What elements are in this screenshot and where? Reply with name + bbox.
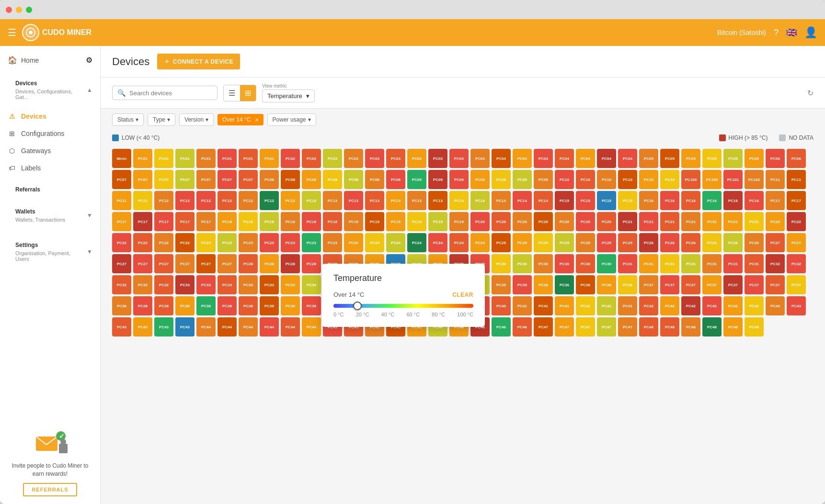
device-tile[interactable]: PC09 — [513, 170, 532, 189]
device-tile[interactable]: PC44 — [302, 317, 321, 336]
settings-icon[interactable]: ⚙ — [86, 56, 92, 65]
device-tile[interactable]: PC07 — [218, 170, 237, 189]
device-tile[interactable]: PC37 — [639, 275, 658, 294]
device-tile[interactable]: PC37 — [681, 275, 700, 294]
sidebar-item-configurations[interactable]: ⊞ Configurations — [0, 125, 100, 142]
device-tile[interactable]: PC16 — [681, 191, 700, 210]
device-tile[interactable]: PC12 — [218, 191, 237, 210]
device-tile[interactable]: PC18 — [302, 212, 321, 231]
device-tile[interactable]: PC13 — [365, 191, 384, 210]
device-tile[interactable]: PC03 — [365, 149, 384, 168]
sidebar-item-labels[interactable]: 🏷 Labels — [0, 159, 100, 177]
device-tile[interactable]: PC25 — [576, 233, 595, 252]
device-tile[interactable]: PC22 — [133, 233, 152, 252]
device-tile[interactable]: PC46 — [513, 317, 532, 336]
device-tile[interactable]: PC35 — [492, 275, 511, 294]
device-tile[interactable]: PC44 — [281, 317, 300, 336]
device-tile[interactable]: PC18 — [323, 212, 342, 231]
device-tile[interactable]: PC27 — [196, 254, 216, 273]
device-tile[interactable]: PC36 — [555, 275, 574, 294]
device-tile[interactable]: PC02 — [302, 149, 321, 168]
connect-device-button[interactable]: ＋ CONNECT A DEVICE — [157, 54, 240, 69]
device-tile[interactable]: PC41 — [597, 296, 616, 315]
device-tile[interactable]: PC24 — [428, 233, 447, 252]
device-tile[interactable]: PC05 — [723, 149, 743, 168]
device-tile[interactable]: PC13 — [344, 191, 363, 210]
search-input[interactable] — [129, 90, 206, 97]
device-tile[interactable]: PC16 — [660, 191, 679, 210]
device-tile[interactable]: PC10 — [639, 170, 658, 189]
device-tile[interactable]: PC32 — [787, 254, 806, 273]
device-tile[interactable]: PC30 — [534, 254, 553, 273]
device-tile[interactable]: PC07 — [154, 170, 173, 189]
device-tile[interactable]: PC13 — [407, 191, 426, 210]
device-tile[interactable]: PC31 — [660, 254, 679, 273]
device-tile[interactable]: PC18 — [239, 212, 258, 231]
device-tile[interactable]: PC16 — [639, 191, 658, 210]
device-tile[interactable]: PC22 — [154, 233, 173, 252]
device-tile[interactable]: PC19 — [428, 212, 447, 231]
device-tile[interactable]: PC42 — [681, 296, 700, 315]
device-tile[interactable]: PC31 — [702, 212, 722, 231]
device-tile[interactable]: PC21 — [745, 212, 764, 231]
grid-view-button[interactable]: ⊞ — [240, 85, 256, 101]
device-tile[interactable]: PC38 — [133, 296, 152, 315]
device-tile[interactable]: PC32 — [766, 254, 785, 273]
device-tile[interactable]: PC23 — [281, 233, 300, 252]
device-tile[interactable]: PC21 — [660, 212, 679, 231]
device-tile[interactable]: PC101 — [723, 170, 743, 189]
devices-collapse-icon[interactable]: ▲ — [87, 87, 92, 93]
device-tile[interactable]: PC08 — [386, 170, 405, 189]
device-tile[interactable]: PC13 — [428, 191, 447, 210]
device-tile[interactable]: PC15 — [576, 191, 595, 210]
device-tile[interactable]: PC04 — [513, 149, 532, 168]
device-tile[interactable]: PC12 — [154, 191, 173, 210]
device-tile[interactable]: PC14 — [534, 191, 553, 210]
device-tile[interactable]: PC20 — [555, 212, 574, 231]
power-filter-button[interactable]: Power usage ▾ — [267, 113, 316, 126]
device-tile[interactable]: PC32 — [133, 275, 152, 294]
temp-slider-track[interactable] — [333, 304, 473, 308]
device-tile[interactable]: PC47 — [597, 317, 616, 336]
language-flag[interactable]: 🇬🇧 — [786, 27, 797, 38]
device-tile[interactable]: PC38 — [218, 296, 237, 315]
device-tile[interactable]: PC20 — [597, 212, 616, 231]
device-tile[interactable]: PC38 — [112, 296, 131, 315]
device-tile[interactable]: PC19 — [344, 212, 363, 231]
device-tile[interactable]: PC33 — [239, 275, 258, 294]
device-tile[interactable]: PC10 — [618, 170, 637, 189]
device-tile[interactable]: PC17 — [154, 212, 173, 231]
temp-slider-thumb[interactable] — [353, 302, 362, 310]
device-tile[interactable]: PC25 — [555, 233, 574, 252]
device-tile[interactable]: PC47 — [618, 317, 637, 336]
device-tile[interactable]: PC30 — [576, 254, 595, 273]
device-tile[interactable]: PC24 — [386, 233, 405, 252]
status-filter-button[interactable]: Status ▾ — [112, 113, 144, 126]
device-tile[interactable]: PC42 — [702, 296, 722, 315]
device-tile[interactable]: PC48 — [681, 317, 700, 336]
device-tile[interactable]: PC33 — [175, 275, 195, 294]
device-tile[interactable]: PC37 — [660, 275, 679, 294]
device-tile[interactable]: PC39 — [281, 296, 300, 315]
device-tile[interactable]: PC08 — [344, 170, 363, 189]
device-tile[interactable]: PC44 — [260, 317, 279, 336]
device-tile[interactable]: PC27 — [154, 254, 173, 273]
device-tile[interactable]: PC30 — [492, 254, 511, 273]
device-tile[interactable]: PC27 — [787, 233, 806, 252]
device-tile[interactable]: PC05 — [639, 149, 658, 168]
user-avatar-icon[interactable]: 👤 — [804, 26, 817, 39]
device-tile[interactable]: PC47 — [534, 317, 553, 336]
device-tile[interactable]: PC01 — [175, 149, 195, 168]
device-tile[interactable]: PC10 — [576, 170, 595, 189]
device-tile[interactable]: PC41 — [576, 296, 595, 315]
device-tile[interactable]: PC15 — [618, 191, 637, 210]
device-tile[interactable]: PC23 — [323, 233, 342, 252]
device-tile[interactable]: PC04 — [618, 149, 637, 168]
device-tile[interactable]: PC24 — [470, 233, 490, 252]
device-tile[interactable]: PC22 — [787, 212, 806, 231]
device-tile[interactable]: PC20 — [576, 212, 595, 231]
device-tile[interactable]: PC03 — [323, 149, 342, 168]
device-tile[interactable]: PC07 — [175, 170, 195, 189]
device-tile[interactable]: PC07 — [196, 170, 216, 189]
device-tile[interactable]: PC19 — [407, 212, 426, 231]
